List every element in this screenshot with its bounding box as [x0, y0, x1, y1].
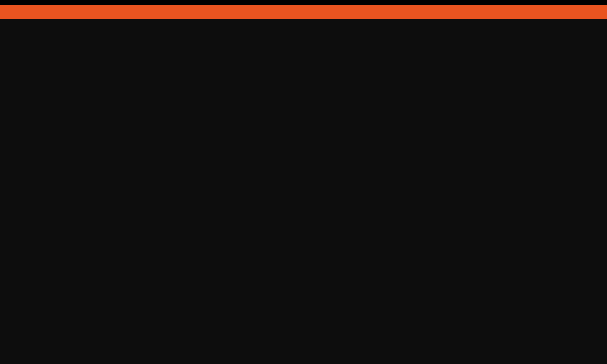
title-bar — [0, 5, 607, 19]
top-black-strip — [0, 0, 607, 5]
storage-configuration-screen — [0, 0, 607, 364]
